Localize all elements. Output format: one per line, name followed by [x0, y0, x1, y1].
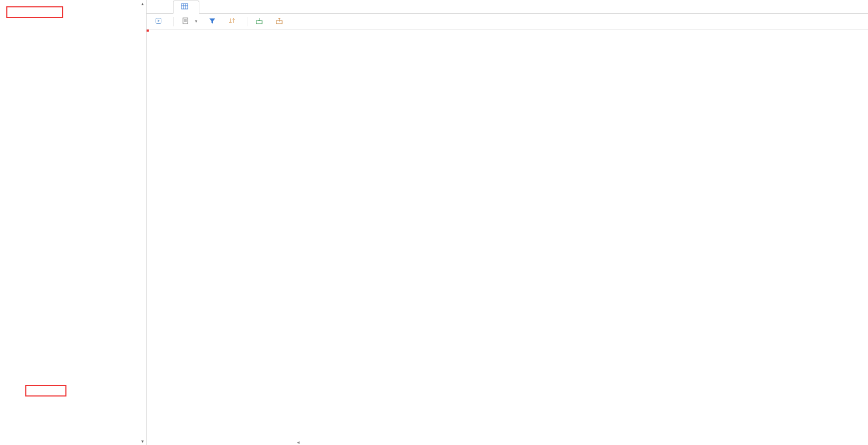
play-icon — [155, 17, 162, 26]
toolbar-separator — [173, 17, 173, 26]
sidebar: ▴ ▾ — [0, 0, 147, 445]
tree-scroll-down[interactable]: ▾ — [139, 438, 146, 445]
tab-user-table[interactable] — [173, 1, 199, 14]
main-pane: ▼ ◂ — [147, 0, 868, 445]
table-icon — [181, 3, 188, 12]
import-button[interactable] — [252, 16, 269, 27]
tab-bar — [147, 0, 868, 14]
export-button[interactable] — [272, 16, 290, 27]
export-icon — [276, 17, 283, 26]
document-icon — [182, 17, 189, 26]
funnel-icon — [209, 17, 216, 26]
data-grid-wrap[interactable] — [147, 30, 868, 445]
filter-button[interactable] — [205, 16, 223, 27]
begin-transaction-button[interactable] — [151, 16, 169, 27]
sort-icon — [229, 17, 236, 26]
hscroll-left-icon[interactable]: ◂ — [297, 439, 300, 445]
svg-marker-5 — [158, 20, 160, 22]
svg-marker-10 — [209, 18, 215, 24]
dropdown-icon: ▼ — [194, 19, 198, 24]
svg-rect-0 — [181, 4, 188, 9]
toolbar: ▼ — [147, 14, 868, 30]
tree-scroll-up[interactable]: ▴ — [139, 0, 146, 7]
annotation-box-canal-row — [147, 30, 149, 32]
sort-button[interactable] — [225, 16, 243, 27]
toolbar-separator — [247, 17, 247, 26]
tab-objects[interactable] — [157, 0, 173, 13]
import-icon — [256, 17, 263, 26]
text-view-button[interactable]: ▼ — [178, 16, 202, 27]
